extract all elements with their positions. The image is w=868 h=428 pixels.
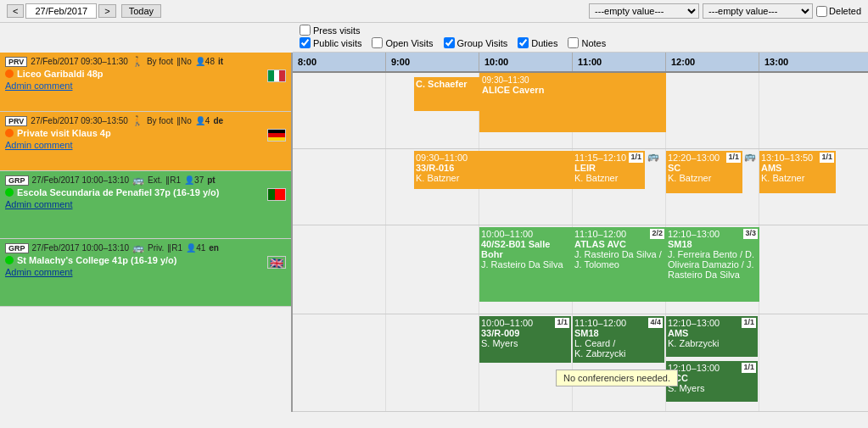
prev-btn[interactable]: <	[7, 4, 24, 18]
visit-lang-2: de	[213, 116, 223, 125]
visit-date-2: 27/Feb/2017 09:30–13:50	[31, 116, 128, 125]
flag-it-1	[267, 69, 286, 82]
time-col-11: 11:00	[573, 53, 666, 71]
visit-type-badge-3: GRP	[5, 175, 29, 186]
visit-date-4: 27/Feb/2017 10:00–13:10	[32, 243, 130, 253]
cal-cell-r1-12	[666, 73, 759, 148]
visit-transport-4: Priv.	[148, 243, 164, 253]
cal-row-1: C. Schaefer 09:30–11:30 ALICE Cavern	[293, 73, 868, 149]
cal-cell-r4-8	[293, 314, 386, 411]
cal-cell-r1-10: 09:30–11:30 ALICE Cavern	[479, 73, 573, 148]
event-sc[interactable]: 12:20–13:001/1 SC K. Batzner	[666, 151, 742, 193]
public-visits-checkbox[interactable]	[300, 37, 311, 48]
visit-item-1: PRV 27/Feb/2017 09:30–11:30 🚶 By foot ‖N…	[0, 53, 291, 112]
visit-transport-3: Ext.	[148, 175, 162, 185]
filter-select-2[interactable]: ---empty value---	[703, 3, 813, 19]
group-visits-checkbox[interactable]	[444, 37, 455, 48]
filter-select-1[interactable]: ---empty value---	[589, 3, 699, 19]
visit-name-2: Private visit Klaus 4p	[5, 128, 286, 138]
dot-1	[5, 69, 14, 78]
visit-item-3: GRP 27/Feb/2017 10:00–13:10 🚌 Ext. ‖R1 👤…	[0, 171, 291, 239]
visit-item-2: PRV 27/Feb/2017 09:30–13:50 🚶 By foot ‖N…	[0, 112, 291, 171]
event-bus-icon-leir: 🚌	[647, 151, 659, 162]
public-visits-label[interactable]: Public visits	[300, 37, 361, 48]
time-header: 8:00 9:00 10:00 11:00 12:00 13:00	[293, 53, 868, 73]
notes-checkbox[interactable]	[568, 37, 579, 48]
cal-cell-r1-8	[293, 73, 386, 148]
visit-lang-1: it	[218, 57, 223, 66]
visit-lang-3: pt	[207, 175, 215, 185]
flag-de-2	[267, 129, 286, 142]
visit-no-2: ‖No	[176, 116, 192, 125]
event-ams[interactable]: 13:10–13:501/1 AMS K. Batzner	[759, 151, 836, 193]
event-leir[interactable]: 11:15–12:101/1 LEIR K. Batzner	[573, 151, 645, 189]
bus-icon-4: 🚌	[132, 242, 144, 253]
admin-comment-3[interactable]: Admin comment	[5, 199, 286, 209]
event-schaefer[interactable]: C. Schaefer	[414, 77, 479, 111]
time-col-10: 10:00	[479, 53, 573, 71]
top-bar: < 27/Feb/2017 > Today ---empty value--- …	[0, 0, 868, 23]
walk-icon-2: 🚶	[132, 115, 143, 126]
visit-type-badge-1: PRV	[5, 57, 27, 67]
event-ams-r4[interactable]: 12:10–13:001/1 AMS K. Zabrzycki	[666, 316, 758, 357]
deleted-checkbox[interactable]	[816, 6, 827, 17]
visit-count-icon-3: 👤37	[184, 175, 204, 185]
press-visits-checkbox[interactable]	[300, 25, 311, 36]
next-btn[interactable]: >	[98, 4, 115, 18]
visit-header-2: PRV 27/Feb/2017 09:30–13:50 🚶 By foot ‖N…	[5, 115, 286, 126]
deleted-checkbox-label[interactable]: Deleted	[816, 6, 861, 17]
cal-cell-r4-10: 10:00–11:001/1 33/R-009 S. Myers 🚌	[479, 314, 573, 411]
event-salle-bohr[interactable]: 10:00–11:00 40/S2-B01 Salle Bohr J. Rast…	[479, 227, 573, 302]
event-atlas-avc[interactable]: 11:10–12:002/2 ATLAS AVC J. Rasteiro Da …	[573, 227, 666, 302]
walk-icon-1: 🚶	[132, 56, 143, 67]
notes-label[interactable]: Notes	[568, 37, 606, 48]
tooltip-no-conferenciers: No conferenciers needed.	[556, 370, 678, 386]
visit-count-icon-4: 👤41	[186, 243, 205, 253]
group-visits-label[interactable]: Group Visits	[444, 37, 508, 48]
visit-date-1: 27/Feb/2017 09:30–11:30	[31, 57, 128, 66]
cal-cell-r1-9: C. Schaefer	[386, 73, 479, 148]
open-visits-checkbox[interactable]	[372, 37, 383, 48]
bus-icon-3: 🚌	[132, 175, 144, 186]
duties-label[interactable]: Duties	[518, 37, 557, 48]
flag-pt-3	[267, 188, 286, 201]
press-visits-label[interactable]: Press visits	[300, 25, 361, 36]
cal-cell-r2-11: 11:15–12:101/1 LEIR K. Batzner 🚌	[573, 149, 666, 225]
event-bus-icon-sc: 🚌	[744, 151, 756, 162]
admin-comment-2[interactable]: Admin comment	[5, 140, 286, 150]
date-display: 27/Feb/2017	[25, 3, 97, 19]
cal-cell-r3-11: 11:10–12:002/2 ATLAS AVC J. Rasteiro Da …	[573, 225, 666, 314]
cal-cell-r4-13	[759, 314, 853, 411]
open-visits-label[interactable]: Open Visits	[372, 37, 433, 48]
event-r-016-9[interactable]: 09:30–11:00 33/R-016 K. Batzner	[414, 151, 573, 189]
deleted-label: Deleted	[829, 6, 861, 16]
visit-list: PRV 27/Feb/2017 09:30–11:30 🚶 By foot ‖N…	[0, 53, 293, 412]
time-col-8: 8:00	[293, 53, 386, 71]
event-r-009[interactable]: 10:00–11:001/1 33/R-009 S. Myers	[479, 316, 571, 363]
visit-transport-1: By foot	[147, 57, 173, 66]
today-btn[interactable]: Today	[121, 4, 161, 18]
visit-name-4: St Malachy's College 41p (16-19 y/o)	[5, 255, 286, 265]
event-alice-cavern-10[interactable]: 09:30–11:30 ALICE Cavern	[479, 73, 666, 132]
visit-no-3: ‖R1	[165, 175, 181, 185]
cal-cell-r3-8	[293, 225, 386, 314]
admin-comment-4[interactable]: Admin comment	[5, 267, 286, 277]
time-col-12: 12:00	[666, 53, 759, 71]
event-sm18-r3[interactable]: 12:10–13:003/3 SM18 J. Ferreira Bento / …	[666, 227, 759, 302]
cal-cell-r2-12: 12:20–13:001/1 SC K. Batzner 🚌	[666, 149, 759, 225]
event-sm18-r4[interactable]: 11:10–12:004/4 SM18 L. Ceard / K. Zabrzy…	[573, 316, 664, 363]
visit-type-badge-2: PRV	[5, 116, 27, 126]
event-ccc-r4[interactable]: 12:10–13:001/1 CCC S. Myers	[666, 361, 758, 402]
visit-header-4: GRP 27/Feb/2017 10:00–13:10 🚌 Priv. ‖R1 …	[5, 242, 286, 253]
admin-comment-1[interactable]: Admin comment	[5, 81, 286, 91]
duties-checkbox[interactable]	[518, 37, 529, 48]
visit-count-icon-1: 👤48	[195, 57, 215, 66]
filter-selects: ---empty value--- ---empty value--- Dele…	[589, 3, 861, 19]
visit-date-3: 27/Feb/2017 10:00–13:10	[32, 175, 130, 185]
cal-cell-r3-12: 12:10–13:003/3 SM18 J. Ferreira Bento / …	[666, 225, 759, 314]
visit-no-4: ‖R1	[167, 243, 182, 253]
filter-checkboxes: Press visits Public visits Open Visits G…	[293, 23, 868, 53]
cal-cell-r2-8	[293, 149, 386, 225]
visit-header-3: GRP 27/Feb/2017 10:00–13:10 🚌 Ext. ‖R1 👤…	[5, 175, 286, 186]
visit-type-badge-4: GRP	[5, 243, 29, 253]
